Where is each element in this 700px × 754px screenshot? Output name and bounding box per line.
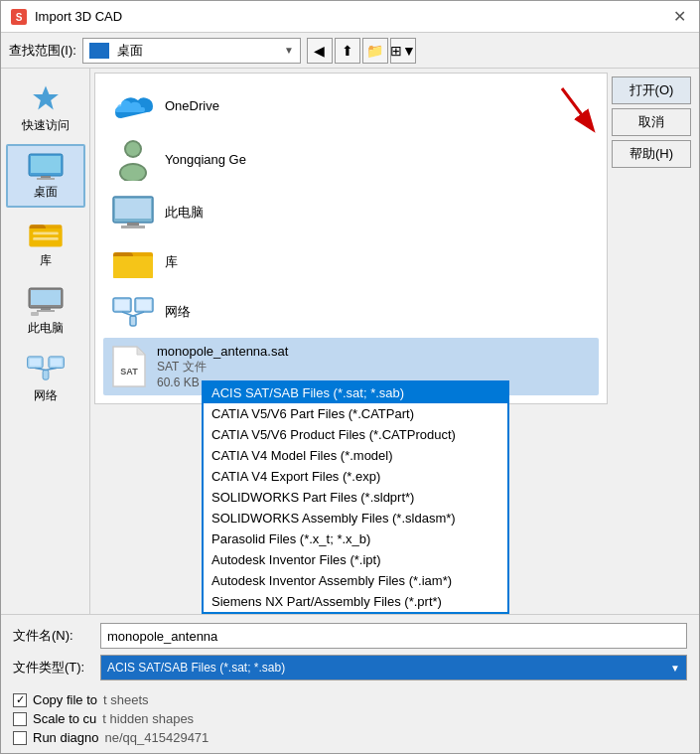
- dropdown-item[interactable]: Autodesk Inventor Files (*.ipt): [204, 549, 507, 570]
- dropdown-item[interactable]: Autodesk Inventor Assembly Files (*.iam*…: [204, 570, 507, 591]
- location-combo[interactable]: 桌面 ▼: [82, 38, 301, 64]
- list-item[interactable]: 库: [103, 238, 599, 286]
- dropdown-item[interactable]: SOLIDWORKS Part Files (*.sldprt*): [204, 487, 507, 508]
- filetype-label: 文件类型(T):: [13, 659, 92, 677]
- toolbar-nav-buttons: ◀ ⬆ 📁 ⊞▼: [307, 38, 416, 64]
- toolbar: 查找范围(I): 桌面 ▼ ◀ ⬆ 📁 ⊞▼: [1, 33, 699, 69]
- list-item[interactable]: 此电脑: [103, 189, 599, 236]
- svg-rect-37: [130, 316, 136, 326]
- right-button-panel: 打开(O) 取消 帮助(H): [612, 69, 699, 614]
- option-row-copy: Copy file to t sheets: [13, 692, 687, 707]
- svg-text:S: S: [16, 12, 23, 23]
- sidebar-item-library[interactable]: 库: [6, 212, 85, 275]
- svg-marker-2: [33, 85, 59, 109]
- svg-rect-19: [50, 359, 62, 367]
- run-diag-suffix: ne/qq_415429471: [105, 730, 210, 745]
- option-row-diag: Run diagno ne/qq_415429471: [13, 730, 687, 745]
- person-icon: [111, 137, 155, 181]
- copy-file-suffix: t sheets: [103, 692, 149, 707]
- filetype-row: 文件类型(T): ACIS SAT/SAB Files (*.sat; *.sa…: [13, 655, 687, 680]
- file-list-wrapper: OneDrive Yongqiang Ge: [90, 69, 612, 614]
- dropdown-item[interactable]: Parasolid Files (*.x_t; *.x_b): [204, 528, 507, 549]
- list-item[interactable]: OneDrive: [103, 81, 599, 129]
- svg-point-26: [121, 165, 145, 181]
- search-range-label: 查找范围(I):: [9, 42, 76, 60]
- filename-input[interactable]: [100, 623, 687, 649]
- svg-rect-14: [37, 310, 55, 312]
- network-icon: [25, 353, 67, 383]
- sidebar-item-this-pc-label: 此电脑: [28, 320, 64, 337]
- svg-rect-20: [43, 370, 49, 379]
- import-3d-cad-window: S Import 3D CAD ✕ 查找范围(I): 桌面 ▼ ◀ ⬆ 📁 ⊞▼: [0, 0, 700, 754]
- svg-rect-15: [31, 312, 39, 316]
- up-button[interactable]: ⬆: [335, 38, 360, 64]
- library-name: 库: [165, 253, 178, 271]
- svg-rect-10: [33, 237, 59, 240]
- filename-label: 文件名(N):: [13, 627, 92, 645]
- yongqiang-info: Yongqiang Ge: [165, 152, 246, 167]
- library-info: 库: [165, 253, 178, 271]
- location-icon: [89, 43, 109, 59]
- desktop-icon: [27, 152, 65, 180]
- list-item[interactable]: 网络: [103, 288, 599, 336]
- copy-file-label: Copy file to: [33, 692, 97, 707]
- back-button[interactable]: ◀: [307, 38, 333, 64]
- svg-line-22: [46, 369, 57, 371]
- close-button[interactable]: ✕: [667, 5, 691, 29]
- sat-file-icon: SAT: [111, 345, 147, 388]
- dropdown-item[interactable]: SOLIDWORKS Assembly Files (*.sldasm*): [204, 508, 507, 528]
- location-arrow-icon: ▼: [284, 45, 294, 56]
- help-button[interactable]: 帮助(H): [612, 140, 691, 168]
- svg-rect-12: [31, 290, 61, 305]
- network-info: 网络: [165, 303, 191, 321]
- network-name: 网络: [165, 303, 191, 321]
- folder-file-icon: [111, 244, 155, 280]
- location-text: 桌面: [117, 42, 280, 60]
- filetype-arrow-icon: ▼: [670, 663, 680, 674]
- filetype-dropdown[interactable]: ACIS SAT/SAB Files (*.sat; *.sab)CATIA V…: [202, 380, 509, 614]
- copy-file-checkbox[interactable]: [13, 693, 27, 707]
- svg-point-25: [126, 142, 140, 156]
- window-title: Import 3D CAD: [35, 9, 667, 24]
- view-button[interactable]: ⊞▼: [390, 38, 416, 64]
- yongqiang-name: Yongqiang Ge: [165, 152, 246, 167]
- dropdown-item[interactable]: Siemens NX Part/Assembly Files (*.prt*): [204, 591, 507, 612]
- sidebar-item-network[interactable]: 网络: [6, 347, 85, 410]
- svg-line-21: [35, 369, 46, 371]
- scale-to-checkbox[interactable]: [13, 712, 27, 726]
- svg-marker-41: [137, 347, 145, 355]
- list-item[interactable]: Yongqiang Ge: [103, 131, 599, 187]
- sidebar-item-this-pc[interactable]: 此电脑: [6, 279, 85, 343]
- sidebar-item-network-label: 网络: [34, 387, 58, 404]
- app-icon: S: [9, 7, 29, 27]
- sidebar-item-desktop-label: 桌面: [34, 184, 58, 201]
- svg-rect-8: [29, 228, 62, 246]
- dropdown-item[interactable]: ACIS SAT/SAB Files (*.sat; *.sab): [204, 382, 507, 403]
- dropdown-item[interactable]: CATIA V4 Export Files (*.exp): [204, 466, 507, 487]
- dropdown-item[interactable]: CATIA V5/V6 Product Files (*.CATProduct): [204, 424, 507, 445]
- new-folder-button[interactable]: 📁: [362, 38, 388, 64]
- thispc-info: 此电脑: [165, 204, 204, 222]
- cancel-button[interactable]: 取消: [612, 108, 691, 136]
- svg-rect-32: [113, 256, 153, 278]
- svg-text:SAT: SAT: [120, 367, 138, 377]
- onedrive-info: OneDrive: [165, 98, 219, 113]
- run-diag-checkbox[interactable]: [13, 731, 27, 745]
- network-file-icon: [111, 294, 155, 330]
- svg-rect-36: [137, 300, 151, 310]
- dropdown-item[interactable]: CATIA V5/V6 Part Files (*.CATPart): [204, 403, 507, 424]
- filetype-combo[interactable]: ACIS SAT/SAB Files (*.sat; *.sab) ▼: [100, 655, 687, 680]
- file-list-area: OneDrive Yongqiang Ge: [94, 73, 608, 404]
- filetype-text: ACIS SAT/SAB Files (*.sat; *.sab): [107, 661, 670, 675]
- scale-to-suffix: t hidden shapes: [102, 711, 194, 726]
- sidebar-item-desktop[interactable]: 桌面: [6, 144, 85, 208]
- dropdown-item[interactable]: CATIA V4 Model Files (*.model): [204, 445, 507, 466]
- bottom-section: 文件名(N): 文件类型(T): ACIS SAT/SAB Files (*.s…: [1, 614, 699, 688]
- svg-rect-9: [33, 232, 59, 235]
- sidebar-item-quick-access-label: 快速访问: [22, 117, 70, 134]
- svg-rect-28: [115, 199, 151, 219]
- run-diag-label: Run diagno: [33, 730, 99, 745]
- sidebar-item-quick-access[interactable]: 快速访问: [6, 76, 85, 140]
- svg-rect-34: [115, 300, 129, 310]
- open-button[interactable]: 打开(O): [612, 76, 691, 104]
